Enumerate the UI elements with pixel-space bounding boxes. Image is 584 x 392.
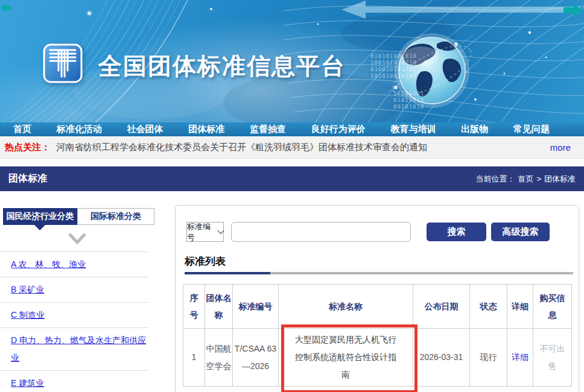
active-tab-pointer-icon (34, 225, 45, 230)
table-header-row: 序号 团体名称 标准编号 标准名称 公布日期 状态 详细 购买信息 (183, 285, 572, 329)
advanced-search-button[interactable]: 高级搜索 (491, 223, 550, 241)
hot-topic-notice-link[interactable]: 河南省纺织工程学会标准化技术委员会关于召开《粗洗羽绒羽毛》团体标准技术审查会的通… (56, 142, 427, 153)
search-field-select-value: 标准编号 (187, 221, 216, 243)
nav-item-social-groups[interactable]: 社会团体 (127, 124, 163, 135)
col-header-detail: 详细 (507, 285, 533, 329)
col-header-code: 标准编号 (233, 285, 279, 329)
tab-national-economy-classification[interactable]: 国民经济行业分类 (3, 208, 77, 225)
search-button[interactable]: 搜索 (427, 223, 486, 241)
section-bar: 团体标准 当前位置： 首页 > 团体标准 (0, 166, 584, 191)
breadcrumb: 当前位置： 首页 > 团体标准 (475, 174, 576, 185)
more-link[interactable]: more (550, 142, 571, 153)
cell-seq: 1 (183, 329, 205, 387)
category-list: A 农、林、牧、渔业 B 采矿业 C 制造业 D 电力、热力、燃气及水生产和供应… (0, 251, 148, 392)
nav-item-good-behavior[interactable]: 良好行为评价 (311, 124, 366, 135)
binary-decoration: 10100101 01011010 00101010 (393, 90, 424, 110)
highlight-box (281, 324, 417, 392)
category-link-mining[interactable]: B 采矿业 (0, 277, 148, 302)
search-input[interactable] (231, 222, 411, 242)
col-header-status: 状态 (470, 285, 507, 329)
nav-item-education[interactable]: 教育与培训 (391, 124, 436, 135)
site-title: 全国团体标准信息平台 (98, 50, 346, 83)
breadcrumb-label: 当前位置： (475, 174, 515, 185)
col-header-org: 团体名称 (205, 285, 233, 329)
breadcrumb-separator: > (536, 174, 541, 183)
select-chevron-icon (218, 227, 224, 233)
page-title: 团体标准 (8, 172, 47, 185)
nav-item-publications[interactable]: 出版物 (461, 124, 488, 135)
cell-org: 中国航空学会 (205, 329, 233, 387)
category-link-manufacturing[interactable]: C 制造业 (0, 302, 148, 327)
binary-decoration: 010101001010 100101010010 010010101101 1… (370, 53, 417, 80)
teal-arrow-right-icon (563, 3, 583, 17)
category-link-power[interactable]: D 电力、热力、燃气及水生产和供应业 (0, 327, 148, 370)
col-header-date: 公布日期 (413, 285, 470, 329)
cell-code: T/CSAA 63—2026 (233, 329, 279, 387)
main-nav: 首页 标准化活动 社会团体 团体标准 监督抽查 良好行为评价 教育与培训 出版物… (0, 122, 584, 136)
logo-icon (42, 43, 83, 84)
category-link-agriculture[interactable]: A 农、林、牧、渔业 (0, 251, 148, 277)
tab-international-classification[interactable]: 国际标准分类 (77, 208, 154, 225)
col-header-purchase: 购买信息 (533, 285, 572, 329)
nav-item-faq[interactable]: 常见问题 (513, 124, 550, 135)
col-header-seq: 序号 (183, 285, 205, 329)
nav-item-supervision[interactable]: 监督抽查 (250, 124, 286, 135)
teal-arrow-left-icon (1, 3, 11, 13)
title-underline (185, 272, 573, 274)
nav-item-home[interactable]: 首页 (13, 124, 31, 135)
nav-item-group-standards[interactable]: 团体标准 (188, 124, 224, 135)
col-header-name: 标准名称 (279, 285, 413, 329)
site-header: 全国团体标准信息平台 010101001010 100101010010 010… (0, 0, 584, 122)
list-title: 标准列表 (185, 254, 226, 268)
category-link-construction[interactable]: E 建筑业 (0, 370, 148, 392)
cell-purchase: 不可出售 (533, 329, 572, 387)
breadcrumb-home-link[interactable]: 首页 (518, 174, 533, 185)
chevron-down-icon (68, 232, 87, 245)
detail-link[interactable]: 详细 (512, 352, 528, 362)
site-logo (42, 43, 83, 84)
hot-topic-label: 热点关注： (5, 142, 50, 153)
cell-date: 2026-03-31 (413, 329, 470, 387)
nav-item-standardization-activities[interactable]: 标准化活动 (57, 124, 102, 135)
cell-detail: 详细 (507, 329, 533, 387)
search-field-select[interactable]: 标准编号 (186, 222, 224, 242)
breadcrumb-current[interactable]: 团体标准 (544, 174, 576, 185)
hot-topic-bar: 热点关注： 河南省纺织工程学会标准化技术委员会关于召开《粗洗羽绒羽毛》团体标准技… (0, 136, 584, 159)
cell-status: 现行 (470, 329, 507, 387)
